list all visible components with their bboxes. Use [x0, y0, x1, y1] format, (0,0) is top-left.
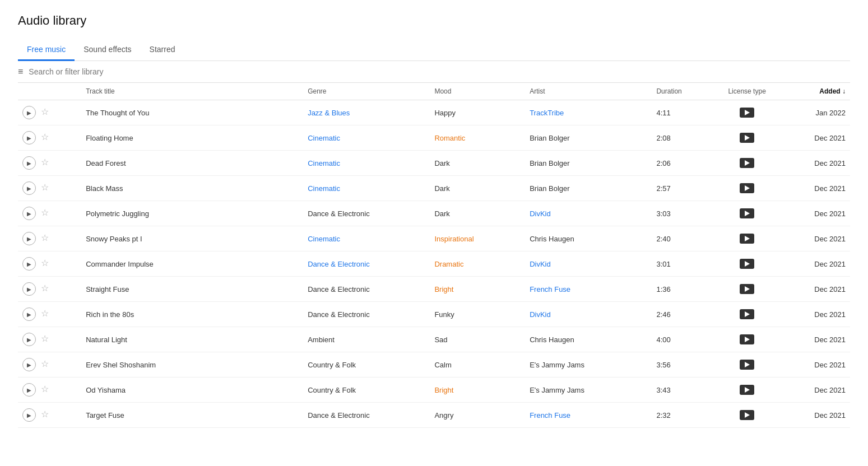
tab-sound-effects[interactable]: Sound effects	[75, 39, 140, 61]
play-button[interactable]: ▶	[22, 408, 36, 422]
star-button[interactable]: ☆	[39, 408, 50, 420]
play-button[interactable]: ▶	[22, 106, 36, 119]
play-button[interactable]: ▶	[22, 358, 36, 371]
track-artist[interactable]: Brian Bolger	[525, 125, 652, 151]
youtube-icon[interactable]	[740, 234, 754, 244]
youtube-icon[interactable]	[740, 410, 754, 420]
play-button[interactable]: ▶	[22, 257, 36, 271]
track-mood[interactable]: Romantic	[430, 125, 525, 151]
track-added: Dec 2021	[779, 352, 850, 378]
track-mood[interactable]: Dark	[430, 151, 525, 176]
track-license[interactable]	[716, 378, 779, 403]
track-artist[interactable]: Chris Haugen	[525, 226, 652, 251]
track-license[interactable]	[716, 327, 779, 352]
youtube-icon[interactable]	[740, 183, 754, 193]
track-license[interactable]	[716, 277, 779, 302]
track-artist[interactable]: Brian Bolger	[525, 176, 652, 201]
youtube-icon[interactable]	[740, 334, 754, 344]
track-genre[interactable]: Dance & Electronic	[303, 302, 430, 327]
track-license[interactable]	[716, 151, 779, 176]
play-button[interactable]: ▶	[22, 383, 36, 397]
track-mood[interactable]: Bright	[430, 378, 525, 403]
track-license[interactable]	[716, 302, 779, 327]
track-artist[interactable]: Chris Haugen	[525, 327, 652, 352]
track-mood[interactable]: Bright	[430, 277, 525, 302]
star-button[interactable]: ☆	[39, 282, 50, 293]
track-genre[interactable]: Dance & Electronic	[303, 277, 430, 302]
track-genre[interactable]: Jazz & Blues	[303, 100, 430, 125]
star-button[interactable]: ☆	[39, 131, 50, 142]
track-mood[interactable]: Angry	[430, 403, 525, 428]
star-button[interactable]: ☆	[39, 106, 50, 117]
star-button[interactable]: ☆	[39, 207, 50, 218]
play-button[interactable]: ▶	[22, 207, 36, 220]
track-license[interactable]	[716, 100, 779, 125]
track-artist[interactable]: DivKid	[525, 201, 652, 226]
track-genre[interactable]: Ambient	[303, 327, 430, 352]
youtube-icon[interactable]	[740, 158, 754, 168]
youtube-icon[interactable]	[740, 133, 754, 143]
star-button[interactable]: ☆	[39, 156, 50, 167]
track-mood[interactable]: Dark	[430, 176, 525, 201]
youtube-icon[interactable]	[740, 108, 754, 118]
play-button[interactable]: ▶	[22, 232, 36, 245]
star-button[interactable]: ☆	[39, 383, 50, 394]
track-artist[interactable]: French Fuse	[525, 277, 652, 302]
tab-starred[interactable]: Starred	[141, 39, 184, 61]
track-mood[interactable]: Dark	[430, 201, 525, 226]
play-button[interactable]: ▶	[22, 307, 36, 321]
track-mood[interactable]: Calm	[430, 352, 525, 378]
track-license[interactable]	[716, 251, 779, 277]
track-artist[interactable]: DivKid	[525, 302, 652, 327]
star-button[interactable]: ☆	[39, 257, 50, 268]
col-header-mood: Mood	[430, 83, 525, 100]
track-license[interactable]	[716, 176, 779, 201]
track-genre[interactable]: Cinematic	[303, 226, 430, 251]
track-added: Dec 2021	[779, 403, 850, 428]
track-genre[interactable]: Cinematic	[303, 151, 430, 176]
play-button[interactable]: ▶	[22, 131, 36, 145]
filter-icon[interactable]: ≡	[18, 67, 23, 77]
track-mood[interactable]: Inspirational	[430, 226, 525, 251]
track-license[interactable]	[716, 226, 779, 251]
track-license[interactable]	[716, 201, 779, 226]
star-button[interactable]: ☆	[39, 307, 50, 319]
track-artist[interactable]: French Fuse	[525, 403, 652, 428]
track-mood[interactable]: Happy	[430, 100, 525, 125]
track-genre[interactable]: Cinematic	[303, 125, 430, 151]
track-mood[interactable]: Dramatic	[430, 251, 525, 277]
page-title: Audio library	[18, 13, 850, 28]
youtube-icon[interactable]	[740, 284, 754, 294]
track-genre[interactable]: Dance & Electronic	[303, 403, 430, 428]
play-button[interactable]: ▶	[22, 181, 36, 195]
track-genre[interactable]: Country & Folk	[303, 378, 430, 403]
track-license[interactable]	[716, 352, 779, 378]
track-license[interactable]	[716, 403, 779, 428]
youtube-icon[interactable]	[740, 259, 754, 269]
star-button[interactable]: ☆	[39, 358, 50, 369]
youtube-icon[interactable]	[740, 208, 754, 218]
tab-free-music[interactable]: Free music	[18, 39, 75, 61]
track-artist[interactable]: E's Jammy Jams	[525, 378, 652, 403]
track-genre[interactable]: Cinematic	[303, 176, 430, 201]
star-button[interactable]: ☆	[39, 333, 50, 344]
youtube-icon[interactable]	[740, 385, 754, 395]
youtube-icon[interactable]	[740, 309, 754, 319]
track-artist[interactable]: E's Jammy Jams	[525, 352, 652, 378]
track-genre[interactable]: Dance & Electronic	[303, 201, 430, 226]
youtube-icon[interactable]	[740, 360, 754, 370]
track-mood[interactable]: Sad	[430, 327, 525, 352]
track-mood[interactable]: Funky	[430, 302, 525, 327]
track-artist[interactable]: DivKid	[525, 251, 652, 277]
play-button[interactable]: ▶	[22, 333, 36, 346]
star-button[interactable]: ☆	[39, 232, 50, 243]
search-input[interactable]	[29, 67, 197, 76]
star-button[interactable]: ☆	[39, 181, 50, 193]
play-button[interactable]: ▶	[22, 282, 36, 296]
track-artist[interactable]: Brian Bolger	[525, 151, 652, 176]
track-artist[interactable]: TrackTribe	[525, 100, 652, 125]
track-genre[interactable]: Dance & Electronic	[303, 251, 430, 277]
play-button[interactable]: ▶	[22, 156, 36, 170]
track-genre[interactable]: Country & Folk	[303, 352, 430, 378]
track-license[interactable]	[716, 125, 779, 151]
